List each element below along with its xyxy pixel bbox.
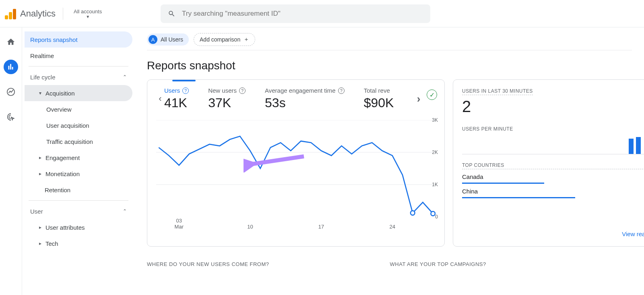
sidebar-item-user-attributes[interactable]: ▸ User attributes	[25, 219, 132, 235]
rail-explore-button[interactable]	[4, 85, 18, 99]
sidebar-item-realtime[interactable]: Realtime	[25, 48, 132, 64]
help-icon[interactable]: ?	[239, 87, 246, 94]
realtime-title: USERS IN LAST 30 MINUTES	[462, 88, 533, 95]
country-row: Canada1	[462, 173, 644, 184]
sidebar-label: Tech	[45, 240, 58, 247]
metric-value: $90K	[364, 96, 394, 110]
top-countries-label: TOP COUNTRIES	[462, 162, 504, 168]
svg-point-4	[431, 212, 435, 216]
account-selector[interactable]: All accounts ▼	[70, 8, 105, 19]
metrics-row: ‹ Users? 41K New users? 37K Average enga…	[156, 87, 436, 110]
check-badge-icon[interactable]: ✓	[427, 89, 437, 100]
sidebar-item-traffic-acquisition[interactable]: Traffic acquisition	[25, 133, 132, 150]
divider	[29, 66, 128, 66]
sidebar-label: Acquisition	[45, 90, 75, 97]
country-bar	[462, 183, 544, 184]
line-chart: 01K2K3K 03 Mar101724	[156, 120, 436, 217]
search-icon	[168, 10, 175, 18]
sidebar-section-user[interactable]: User ⌃	[25, 203, 132, 219]
segment-chip-all-users[interactable]: A All Users	[147, 33, 189, 46]
svg-point-3	[411, 211, 415, 215]
chevron-up-icon: ⌃	[123, 74, 127, 80]
minute-bar	[629, 139, 634, 154]
rail-reports-button[interactable]	[4, 60, 18, 74]
section-question-new-users: WHERE DO YOUR NEW USERS COME FROM?	[147, 261, 269, 267]
help-icon[interactable]: ?	[338, 87, 345, 94]
plus-icon: ＋	[244, 36, 249, 43]
product-name: Analytics	[20, 8, 56, 19]
y-axis-tick: 2K	[432, 150, 438, 155]
metric-label: Total reve	[364, 87, 390, 94]
y-axis-tick: 0	[435, 214, 438, 220]
bar-chart-icon	[6, 62, 15, 71]
x-axis-tick: 10	[247, 224, 253, 230]
country-name: China	[462, 188, 478, 195]
segment-row: A All Users Add comparison ＋	[147, 27, 632, 50]
line-chart-svg	[156, 120, 436, 217]
product-logo-block: Analytics	[5, 8, 56, 19]
metric-value: 37K	[208, 96, 246, 110]
sidebar-section-label: User	[30, 208, 43, 215]
metric-total-revenue[interactable]: Total reve $90K	[364, 87, 394, 110]
sidebar-item-overview[interactable]: Overview	[25, 101, 132, 117]
active-metric-indicator	[172, 80, 196, 81]
view-realtime-link[interactable]: View realtime →	[622, 198, 644, 237]
country-name: Canada	[462, 173, 483, 180]
segment-badge: A	[149, 35, 157, 44]
y-axis-tick: 1K	[432, 182, 438, 187]
main-content: A All Users Add comparison ＋ Reports sna…	[135, 27, 644, 295]
chevron-up-icon: ⌃	[123, 208, 127, 214]
sidebar: Reports snapshot Realtime Life cycle ⌃ ▾…	[22, 27, 135, 295]
metric-new-users[interactable]: New users? 37K	[208, 87, 246, 110]
add-comparison-button[interactable]: Add comparison ＋	[194, 33, 255, 46]
view-realtime-label: View realtime	[622, 231, 644, 237]
metric-label: New users	[208, 87, 237, 94]
country-bar	[462, 197, 575, 198]
chevron-right-icon: ▸	[39, 241, 41, 246]
x-axis-tick: 24	[390, 224, 395, 230]
analytics-logo-icon	[5, 8, 16, 19]
rail-advertising-button[interactable]	[4, 110, 18, 124]
sidebar-label: User attributes	[45, 224, 85, 231]
sidebar-label: Realtime	[30, 52, 54, 59]
sidebar-item-engagement[interactable]: ▸ Engagement	[25, 150, 132, 166]
section-question-top-campaigns: WHAT ARE YOUR TOP CAMPAIGNS?	[390, 261, 486, 267]
chevron-right-icon: ▸	[39, 155, 41, 160]
metrics-next-button[interactable]: ›	[413, 93, 424, 104]
metric-value: 53s	[265, 96, 345, 110]
metric-users[interactable]: Users? 41K	[164, 87, 189, 110]
chevron-down-icon: ▾	[39, 90, 41, 96]
chevron-right-icon: ▸	[39, 171, 41, 177]
sidebar-item-monetization[interactable]: ▸ Monetization	[25, 166, 132, 182]
metric-label: Users	[164, 87, 180, 94]
metric-label: Average engagement time	[265, 87, 336, 94]
sidebar-item-retention[interactable]: Retention	[25, 182, 132, 198]
trend-icon	[6, 87, 15, 96]
help-icon[interactable]: ?	[182, 87, 189, 94]
users-per-minute-label: USERS PER MINUTE	[462, 126, 644, 132]
sidebar-label: Reports snapshot	[30, 36, 78, 43]
page-title: Reports snapshot	[147, 50, 632, 79]
country-row: China1	[462, 188, 644, 198]
sidebar-section-label: Life cycle	[30, 74, 56, 81]
sidebar-item-acquisition[interactable]: ▾ Acquisition	[25, 85, 132, 101]
realtime-count: 2	[462, 98, 533, 116]
segment-label: All Users	[161, 36, 183, 43]
x-axis-tick: 17	[318, 224, 324, 230]
metric-avg-engagement[interactable]: Average engagement time? 53s	[265, 87, 345, 110]
top-bar: Analytics All accounts ▼	[0, 0, 644, 27]
sidebar-item-reports-snapshot[interactable]: Reports snapshot	[25, 31, 132, 48]
users-per-minute-chart	[462, 134, 644, 154]
metrics-prev-button[interactable]: ‹	[155, 93, 166, 104]
home-icon	[6, 37, 15, 46]
sidebar-section-life-cycle[interactable]: Life cycle ⌃	[25, 69, 132, 85]
sidebar-item-tech[interactable]: ▸ Tech	[25, 235, 132, 251]
top-countries-header: TOP COUNTRIES USERS	[462, 162, 644, 169]
search-bar[interactable]	[161, 4, 430, 23]
sidebar-label: User acquisition	[46, 122, 89, 129]
search-input[interactable]	[182, 10, 423, 18]
chevron-down-icon: ▼	[86, 15, 90, 19]
sidebar-item-user-acquisition[interactable]: User acquisition	[25, 117, 132, 133]
sidebar-label: Retention	[45, 187, 70, 193]
rail-home-button[interactable]	[4, 35, 18, 49]
